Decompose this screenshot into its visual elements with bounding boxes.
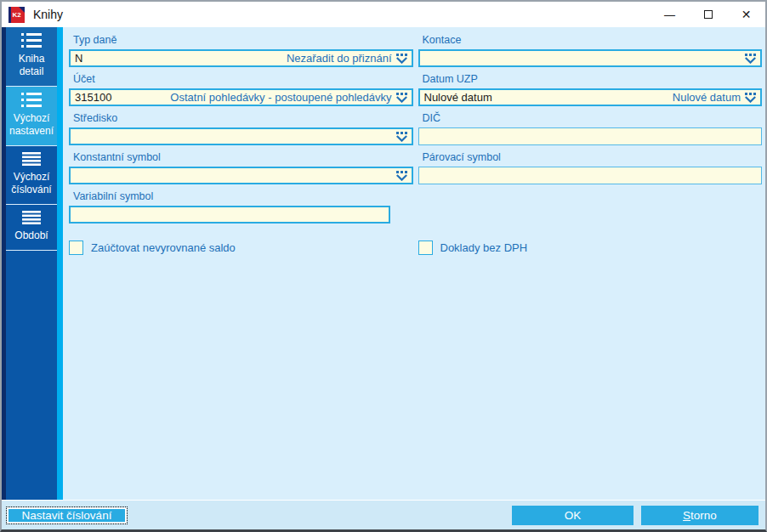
- footer-bar: Nastavit číslování OK Storno: [2, 500, 765, 529]
- field-label: Variabilní symbol: [69, 190, 413, 203]
- field-kontace: Kontace: [418, 34, 763, 67]
- detail-list-icon: [21, 93, 42, 107]
- parovaci-symbol-input[interactable]: [418, 167, 763, 184]
- dropdown-icon[interactable]: [396, 132, 407, 142]
- checkbox-row: Zaúčtovat nevyrovnané saldo Doklady bez …: [69, 241, 762, 255]
- typ-dane-combobox[interactable]: N Nezařadit do přiznání: [69, 49, 413, 67]
- dropdown-icon[interactable]: [745, 54, 756, 64]
- field-label: Kontace: [418, 34, 763, 47]
- ucet-combobox[interactable]: 315100 Ostatní pohledávky - postoupené p…: [69, 88, 413, 106]
- storno-button[interactable]: Storno: [641, 506, 758, 525]
- stredisko-combobox[interactable]: [69, 127, 413, 145]
- variabilni-symbol-input[interactable]: [69, 206, 390, 224]
- ok-button[interactable]: OK: [512, 506, 633, 525]
- sidebar-item-label: Výchozí číslování: [11, 171, 51, 195]
- checkbox-label: Doklady bez DPH: [440, 241, 528, 254]
- field-stredisko: Středisko: [69, 112, 413, 145]
- field-value: N: [75, 52, 82, 65]
- field-ucet: Účet 315100 Ostatní pohledávky - postoup…: [69, 73, 413, 106]
- nastavit-cislovani-button[interactable]: Nastavit číslování: [7, 507, 127, 524]
- menu-lines-icon: [22, 152, 41, 166]
- maximize-icon: [704, 10, 713, 19]
- dropdown-icon[interactable]: [745, 93, 756, 103]
- field-display-text: Nezařadit do přiznání: [287, 52, 392, 65]
- window-title: Knihy: [33, 8, 63, 21]
- field-dic: DIČ: [418, 112, 763, 145]
- field-label: Párovací symbol: [418, 151, 763, 164]
- field-display-text: Ostatní pohledávky - postoupené pohledáv…: [170, 91, 391, 104]
- sidebar-accent-strip: [57, 27, 63, 500]
- k2-logo-text: K2: [12, 11, 20, 19]
- field-value: 315100: [75, 91, 111, 104]
- field-datum-uzp: Datum UZP Nulové datum Nulové datum: [418, 73, 763, 106]
- datum-uzp-combobox[interactable]: Nulové datum Nulové datum: [418, 88, 763, 106]
- doklady-bez-dph-checkbox-group: Doklady bez DPH: [418, 241, 763, 255]
- field-label: Typ daně: [69, 34, 413, 47]
- dropdown-icon[interactable]: [396, 54, 407, 64]
- storno-label-rest: torno: [690, 509, 717, 522]
- sidebar-item-obdobi[interactable]: Období: [6, 205, 57, 251]
- close-button[interactable]: ✕: [727, 2, 765, 27]
- field-label: Konstantní symbol: [69, 151, 413, 164]
- sidebar-item-kniha-detail[interactable]: Kniha detail: [6, 27, 57, 87]
- field-label: Datum UZP: [418, 73, 763, 86]
- storno-accelerator: S: [683, 509, 690, 522]
- sidebar-item-vychozi-cislovani[interactable]: Výchozí číslování: [6, 146, 57, 205]
- dic-input[interactable]: [418, 127, 763, 145]
- checkbox-label: Zaúčtovat nevyrovnané saldo: [91, 241, 236, 254]
- kontace-combobox[interactable]: [418, 49, 763, 67]
- field-parovaci-symbol: Párovací symbol: [418, 151, 763, 184]
- sidebar-item-label: Výchozí nastavení: [9, 112, 54, 137]
- field-display-text: Nulové datum: [673, 91, 741, 104]
- doklady-bez-dph-checkbox[interactable]: [418, 241, 433, 255]
- zauctovat-saldo-checkbox[interactable]: [69, 241, 83, 255]
- menu-lines-icon: [22, 211, 41, 224]
- field-variabilni-symbol: Variabilní symbol: [69, 190, 413, 224]
- k2-app-icon: K2: [9, 7, 25, 23]
- dropdown-icon[interactable]: [396, 93, 407, 103]
- form-content: Typ daně N Nezařadit do přiznání Účet: [63, 27, 765, 500]
- dropdown-icon[interactable]: [396, 171, 407, 181]
- field-label: DIČ: [418, 112, 763, 125]
- konstantni-symbol-combobox[interactable]: [69, 167, 413, 184]
- field-label: Účet: [69, 73, 413, 86]
- window-controls: — ✕: [651, 2, 765, 27]
- sidebar-item-label: Kniha detail: [19, 53, 45, 77]
- zauctovat-saldo-checkbox-group: Zaúčtovat nevyrovnané saldo: [69, 241, 413, 255]
- field-konstantni-symbol: Konstantní symbol: [69, 151, 413, 184]
- minimize-button[interactable]: —: [651, 2, 689, 27]
- maximize-button[interactable]: [689, 2, 727, 27]
- knihy-dialog-window: K2 Knihy — ✕ Kniha detail: [0, 0, 767, 532]
- sidebar: Kniha detail Výchozí nastavení Výchozí č…: [6, 27, 57, 500]
- form-column-right: Kontace Datum UZP: [418, 34, 763, 229]
- field-typ-dane: Typ daně N Nezařadit do přiznání: [69, 34, 413, 67]
- titlebar: K2 Knihy — ✕: [2, 2, 765, 27]
- form-grid: Typ daně N Nezařadit do přiznání Účet: [69, 34, 762, 229]
- field-value: Nulové datum: [424, 91, 492, 104]
- field-label: Středisko: [69, 112, 413, 125]
- form-column-left: Typ daně N Nezařadit do přiznání Účet: [69, 34, 413, 229]
- sidebar-item-label: Období: [14, 229, 48, 241]
- dialog-body: Kniha detail Výchozí nastavení Výchozí č…: [2, 27, 765, 500]
- sidebar-item-vychozi-nastaveni[interactable]: Výchozí nastavení: [6, 87, 57, 146]
- detail-list-icon: [21, 33, 42, 48]
